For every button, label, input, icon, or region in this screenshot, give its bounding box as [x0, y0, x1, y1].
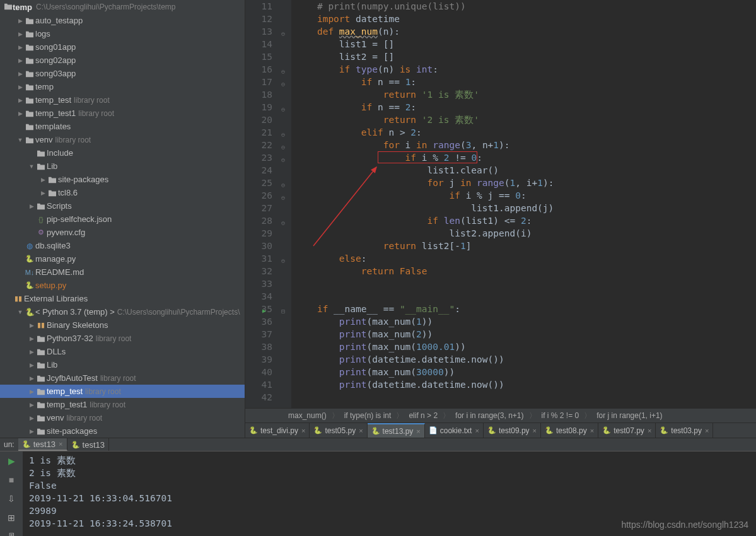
line-number[interactable]: 31 — [245, 252, 280, 265]
code-line[interactable]: list1.append(j) — [295, 202, 756, 214]
code-line[interactable]: # print(numpy.unique(list)) — [295, 0, 756, 13]
expand-arrow-icon[interactable]: ▶ — [28, 388, 35, 395]
code-line[interactable]: if n == 1: — [295, 76, 756, 88]
tree-item-auto-testapp[interactable]: ▶auto_testapp — [0, 14, 245, 27]
expand-arrow-icon[interactable]: ▶ — [16, 57, 24, 64]
editor-tab-test_divi-py[interactable]: 🐍test_divi.py× — [245, 423, 310, 438]
expand-arrow-icon[interactable]: ▼ — [28, 163, 35, 170]
tree-item-temp-test1[interactable]: ▶temp_test1library root — [0, 398, 245, 411]
breadcrumb-item[interactable]: for j in range(1, i+1) — [591, 411, 667, 420]
stop-button[interactable]: ■ — [4, 473, 18, 487]
line-number[interactable]: 41 — [245, 378, 280, 391]
tree-item-temp[interactable]: ▶temp — [0, 80, 245, 93]
line-number[interactable]: 16 — [245, 63, 280, 76]
expand-arrow-icon[interactable]: ▼ — [16, 309, 24, 315]
breadcrumb-item[interactable]: if type(n) is int — [339, 411, 397, 420]
line-number[interactable]: 39 — [245, 353, 280, 366]
fold-icon[interactable]: ⊖ — [281, 192, 285, 204]
fold-icon[interactable]: ⊖ — [281, 103, 285, 116]
editor-tab-test13-py[interactable]: 🐍test13.py× — [368, 423, 425, 438]
code-line[interactable]: for j in range(1, i+1): — [295, 177, 756, 189]
tree-item-lib[interactable]: ▶Lib — [0, 358, 245, 371]
code-line[interactable]: for i in range(3, n+1): — [295, 139, 756, 151]
print-button[interactable]: 🖶 — [4, 530, 18, 536]
expand-arrow-icon[interactable]: ▶ — [28, 428, 35, 434]
tree-item-manage-py[interactable]: 🐍manage.py — [0, 252, 245, 265]
expand-arrow-icon[interactable]: ▶ — [28, 415, 35, 421]
code-line[interactable]: print(max_num(2)) — [295, 328, 756, 341]
close-icon[interactable]: × — [59, 440, 62, 448]
code-line[interactable] — [295, 290, 756, 303]
tree-item-python37-32[interactable]: ▶Python37-32library root — [0, 332, 245, 345]
code-line[interactable]: else: — [295, 252, 756, 265]
expand-arrow-icon[interactable]: ▶ — [16, 31, 24, 37]
tree-item-temp-test[interactable]: ▶temp_testlibrary root — [0, 93, 245, 107]
fold-column[interactable]: ⊖⊖⊖⊖⊖⊖⊖⊖⊖⊖⊖⊟▶ — [280, 0, 291, 408]
fold-icon[interactable]: ⊖ — [281, 255, 285, 267]
fold-icon[interactable]: ⊟ — [281, 305, 285, 318]
breadcrumb-item[interactable]: if i % 2 != 0 — [537, 411, 584, 420]
line-gutter[interactable]: 1112131415161718192021222324252627282930… — [245, 0, 280, 408]
expand-arrow-icon[interactable]: ▶ — [16, 84, 24, 90]
tree-item-venv[interactable]: ▼venvlibrary root — [0, 133, 245, 146]
code-line[interactable]: if __name__ == "__main__": — [295, 303, 756, 315]
tree-item-pyvenv-cfg[interactable]: ⚙pyvenv.cfg — [0, 226, 245, 239]
line-number[interactable]: 25 — [245, 177, 280, 189]
fold-icon[interactable]: ⊖ — [281, 78, 285, 91]
line-number[interactable]: 24 — [245, 164, 280, 177]
line-number[interactable]: 22 — [245, 139, 280, 151]
code-line[interactable]: print(datetime.datetime.now()) — [295, 378, 756, 391]
line-number[interactable]: 18 — [245, 88, 280, 101]
tree-item-db-sqlite3[interactable]: ◍db.sqlite3 — [0, 239, 245, 252]
fold-icon[interactable]: ⊖ — [281, 179, 285, 192]
tree-item-include[interactable]: Include — [0, 146, 245, 160]
editor-tab-test07-py[interactable]: 🐍test07.py× — [598, 423, 656, 438]
fold-icon[interactable]: ⊖ — [281, 129, 285, 141]
expand-arrow-icon[interactable]: ▶ — [16, 18, 24, 24]
tree-item-temp-test1[interactable]: ▶temp_test1library root — [0, 107, 245, 120]
expand-arrow-icon[interactable]: ▶ — [28, 362, 35, 368]
code-line[interactable]: list2 = [] — [295, 50, 756, 63]
fold-icon[interactable]: ⊖ — [281, 28, 285, 40]
line-number[interactable]: 27 — [245, 202, 280, 214]
line-number[interactable]: 28 — [245, 214, 280, 227]
line-number[interactable]: 40 — [245, 366, 280, 378]
code-line[interactable]: list1.clear() — [295, 164, 756, 177]
code-line[interactable]: list2.append(i) — [295, 227, 756, 240]
expand-arrow-icon[interactable]: ▼ — [16, 137, 24, 143]
code-line[interactable]: if i % j == 0: — [295, 189, 756, 202]
line-number[interactable]: 15 — [245, 50, 280, 63]
expand-arrow-icon[interactable]: ▶ — [16, 110, 24, 117]
line-number[interactable]: 14 — [245, 38, 280, 50]
line-number[interactable]: 42 — [245, 391, 280, 404]
line-number[interactable]: 36 — [245, 315, 280, 328]
code-line[interactable]: elif n > 2: — [295, 126, 756, 139]
code-line[interactable]: if n == 2: — [295, 101, 756, 114]
line-number[interactable]: 30 — [245, 240, 280, 252]
code-line[interactable]: return list2[-1] — [295, 240, 756, 252]
line-number[interactable]: 37 — [245, 328, 280, 341]
code-line[interactable]: print(max_num(30000)) — [295, 366, 756, 378]
editor-tab-test08-py[interactable]: 🐍test08.py× — [541, 423, 598, 438]
tree-item-readme-md[interactable]: M↓README.md — [0, 265, 245, 279]
line-number[interactable]: 38 — [245, 341, 280, 353]
code-line[interactable]: import datetime — [295, 13, 756, 25]
fold-icon[interactable]: ⊖ — [281, 217, 285, 230]
tree-item-song02app[interactable]: ▶song02app — [0, 54, 245, 67]
tree-item-setup-py[interactable]: 🐍setup.py — [0, 279, 245, 292]
code-line[interactable]: print(max_num(1)) — [295, 315, 756, 328]
expand-arrow-icon[interactable]: ▶ — [28, 402, 35, 408]
line-number[interactable]: 33 — [245, 277, 280, 290]
editor-tab-cookie-txt[interactable]: 📄cookie.txt× — [425, 423, 484, 438]
line-number[interactable]: 17 — [245, 76, 280, 88]
code-line[interactable]: return False — [295, 265, 756, 277]
code-line[interactable]: def max_num(n): — [295, 25, 756, 38]
editor-tab-test05-py[interactable]: 🐍test05.py× — [310, 423, 367, 438]
expand-arrow-icon[interactable]: ▶ — [16, 44, 24, 50]
tree-item-templates[interactable]: templates — [0, 120, 245, 133]
tree-item--python-3-7-temp-[interactable]: ▼🐍< Python 3.7 (temp) >C:\Users\songlihu… — [0, 305, 245, 318]
tree-item-dlls[interactable]: ▶DLLs — [0, 345, 245, 358]
tree-item-song01app[interactable]: ▶song01app — [0, 40, 245, 54]
tree-item-pip-selfcheck-json[interactable]: {}pip-selfcheck.json — [0, 213, 245, 226]
code-body[interactable]: # print(numpy.unique(list)) import datet… — [291, 0, 756, 408]
